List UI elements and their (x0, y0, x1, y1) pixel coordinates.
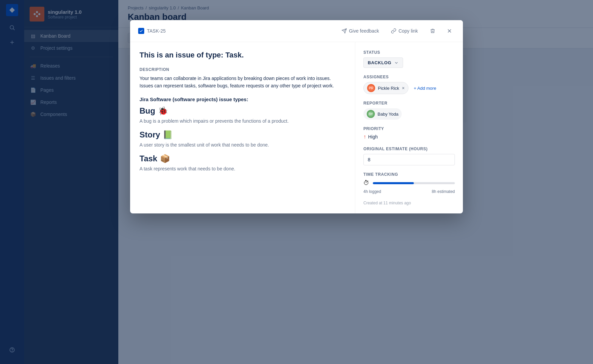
estimate-section: ORIGINAL ESTIMATE (HOURS) (363, 147, 455, 165)
chevron-down-icon (394, 60, 399, 65)
tracking-estimated: 8h estimated (432, 189, 455, 194)
estimate-label: ORIGINAL ESTIMATE (HOURS) (363, 147, 455, 151)
modal-body: This is an issue of type: Task. Descript… (130, 42, 463, 213)
reporter-chip: BY Baby Yoda (363, 108, 402, 120)
estimate-input[interactable] (363, 154, 455, 165)
issue-types-header: Jira Software (software projects) issue … (140, 96, 346, 102)
time-tracking-section: TIME TRACKING ⏱ 4h logged 8h estimated (363, 172, 455, 194)
priority-arrow-icon: ↑ (363, 134, 366, 140)
modal-left: This is an issue of type: Task. Descript… (130, 42, 355, 213)
reporter-section: REPORTER BY Baby Yoda (363, 101, 455, 120)
task-id-container: TASK-25 (138, 28, 166, 34)
task-checkbox (138, 28, 144, 34)
task-id: TASK-25 (147, 28, 166, 34)
tracking-label: TIME TRACKING (363, 172, 455, 177)
priority-text: High (368, 134, 378, 139)
give-feedback-label: Give feedback (349, 28, 379, 34)
copy-link-button[interactable]: Copy link (388, 26, 421, 36)
modal-actions: Give feedback Copy link (338, 26, 455, 36)
issue-modal: TASK-25 Give feedback Copy link (130, 20, 463, 213)
issue-type-bug: Bug 🐞 A bug is a problem which impairs o… (140, 106, 346, 125)
trash-icon (430, 28, 435, 34)
assignee-chip: PR Pickle Rick × (363, 82, 408, 94)
issue-title[interactable]: This is an issue of type: Task. (140, 50, 346, 60)
status-value: BACKLOG (368, 60, 391, 65)
delete-button[interactable] (427, 26, 439, 36)
status-dropdown[interactable]: BACKLOG (363, 57, 403, 68)
priority-section: PRIORITY ↑ High (363, 126, 455, 140)
status-section: STATUS BACKLOG (363, 50, 455, 68)
task-type-name: Task 📦 (140, 154, 346, 163)
story-type-name: Story 📗 (140, 130, 346, 139)
created-at: Created at 11 minutes ago (363, 201, 455, 205)
priority-value: ↑ High (363, 134, 455, 140)
link-icon (391, 28, 396, 34)
description-label: Description (140, 67, 346, 72)
reporter-label: REPORTER (363, 101, 455, 106)
priority-label: PRIORITY (363, 126, 455, 131)
modal-close-button[interactable] (444, 26, 455, 36)
modal-overlay[interactable]: TASK-25 Give feedback Copy link (0, 0, 593, 364)
issue-type-story: Story 📗 A user story is the smallest uni… (140, 130, 346, 149)
tracking-bar-fill (373, 182, 414, 184)
feedback-icon (342, 28, 347, 34)
task-type-desc: A task represents work that needs to be … (140, 165, 346, 172)
stopwatch-icon: ⏱ (363, 179, 369, 187)
modal-header: TASK-25 Give feedback Copy link (130, 20, 463, 42)
assignee-avatar: PR (367, 84, 375, 92)
assignee-remove-button[interactable]: × (402, 85, 405, 91)
status-label: STATUS (363, 50, 455, 55)
reporter-name: Baby Yoda (378, 112, 398, 117)
description-text: Your teams can collaborate in Jira appli… (140, 75, 346, 90)
bug-type-name: Bug 🐞 (140, 106, 346, 116)
tracking-bar-bg (373, 182, 455, 184)
add-more-button[interactable]: + Add more (411, 84, 439, 92)
tracking-bar-container: ⏱ (363, 179, 455, 187)
assignee-section: ASSIGNEES PR Pickle Rick × + Add more (363, 75, 455, 94)
give-feedback-button[interactable]: Give feedback (338, 26, 383, 36)
issue-type-task: Task 📦 A task represents work that needs… (140, 154, 346, 172)
assignees-label: ASSIGNEES (363, 75, 455, 79)
assignee-name: Pickle Rick (378, 86, 399, 91)
story-type-desc: A user story is the smallest unit of wor… (140, 141, 346, 149)
bug-type-desc: A bug is a problem which impairs or prev… (140, 118, 346, 125)
tracking-labels: 4h logged 8h estimated (363, 189, 455, 194)
reporter-avatar: BY (367, 110, 375, 118)
tracking-logged: 4h logged (363, 189, 381, 194)
copy-link-label: Copy link (398, 28, 418, 34)
modal-right: STATUS BACKLOG ASSIGNEES PR Pickle Rick (355, 42, 463, 213)
